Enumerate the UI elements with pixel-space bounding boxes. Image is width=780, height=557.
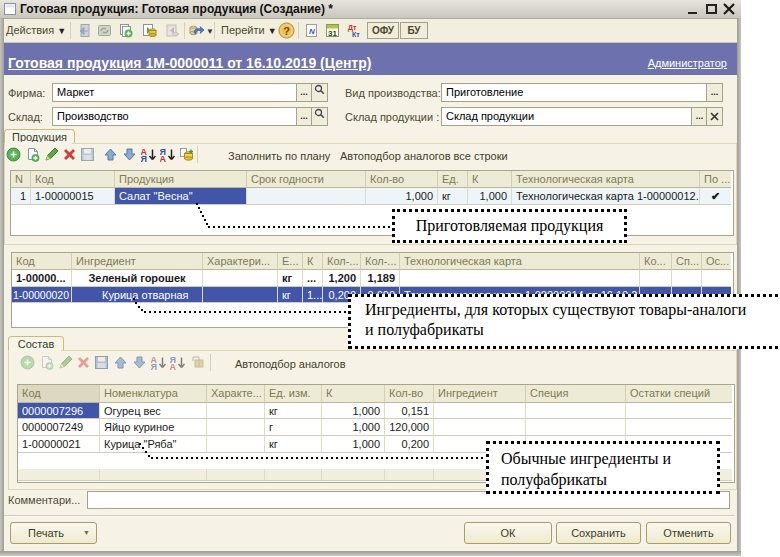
- svg-text:Я: Я: [141, 154, 147, 162]
- svg-text:?: ?: [283, 25, 290, 37]
- svg-text:Я: Я: [151, 362, 157, 370]
- svg-text:31: 31: [328, 29, 337, 38]
- svg-text:Кт: Кт: [352, 31, 360, 38]
- svg-text:А: А: [160, 154, 167, 162]
- svg-text:N: N: [309, 27, 315, 36]
- svg-text:А: А: [170, 362, 177, 370]
